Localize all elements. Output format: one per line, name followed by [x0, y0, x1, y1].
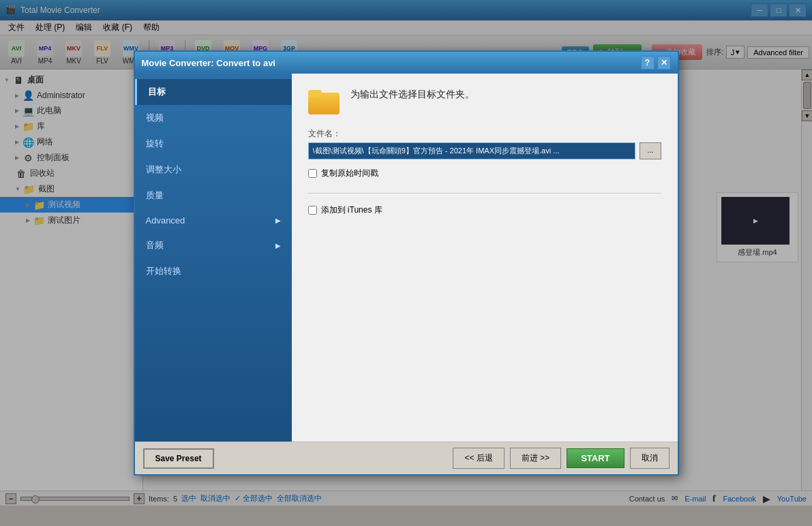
modal-body: 目标 视频 旋转 调整大小 质量 Advanced ▶ [135, 74, 678, 442]
modal-overlay: Movie Converter: Convert to avi ? ✕ 目标 视… [0, 0, 812, 526]
modal-nav-advanced-arrow: ▶ [275, 217, 281, 224]
start-button[interactable]: START [567, 448, 624, 468]
modal-nav-quality-label: 质量 [146, 189, 164, 202]
modal-nav-target-label: 目标 [148, 86, 166, 98]
itunes-checkbox[interactable] [308, 206, 317, 215]
modal-nav-resize[interactable]: 调整大小 [135, 157, 292, 183]
copy-timestamp-label: 复制原始时间戳 [321, 168, 378, 179]
copy-timestamp-row: 复制原始时间戳 [308, 168, 661, 179]
modal-controls: ? ✕ [641, 56, 671, 69]
modal-dialog: Movie Converter: Convert to avi ? ✕ 目标 视… [134, 50, 679, 476]
modal-nav-video[interactable]: 视频 [135, 105, 292, 131]
modal-nav-video-label: 视频 [146, 112, 164, 124]
modal-nav-resize-label: 调整大小 [146, 164, 181, 176]
modal-footer: Save Preset << 后退 前进 >> START 取消 [135, 442, 678, 474]
modal-nav-start[interactable]: 开始转换 [135, 258, 292, 284]
modal-nav: 目标 视频 旋转 调整大小 质量 Advanced ▶ [135, 74, 292, 442]
modal-nav-advanced[interactable]: Advanced ▶ [135, 208, 292, 232]
modal-nav-audio[interactable]: 音频 ▶ [135, 232, 292, 258]
modal-header-text: 为输出文件选择目标文件夹。 [350, 87, 475, 102]
modal-nav-start-label: 开始转换 [146, 265, 181, 277]
itunes-row: 添加到 iTunes 库 [308, 204, 661, 216]
next-button[interactable]: 前进 >> [510, 448, 561, 469]
back-button[interactable]: << 后退 [453, 448, 504, 469]
modal-title-bar: Movie Converter: Convert to avi ? ✕ [135, 52, 678, 74]
copy-timestamp-checkbox[interactable] [308, 169, 317, 178]
cancel-button[interactable]: 取消 [630, 448, 670, 469]
modal-nav-advanced-label: Advanced [146, 215, 185, 226]
modal-nav-rotate[interactable]: 旋转 [135, 131, 292, 157]
modal-nav-audio-arrow: ▶ [275, 242, 281, 249]
modal-help-button[interactable]: ? [641, 56, 655, 69]
file-path-input[interactable]: \截图\测试视频\【玩命關頭9】官方預告 - 2021年 IMAX同步震撼登場.… [308, 142, 636, 159]
modal-close-button[interactable]: ✕ [657, 56, 671, 69]
folder-icon [308, 87, 341, 114]
modal-nav-quality[interactable]: 质量 [135, 183, 292, 208]
browse-button[interactable]: ... [640, 142, 661, 159]
modal-content-area: 为输出文件选择目标文件夹。 文件名： \截图\测试视频\【玩命關頭9】官方預告 … [292, 74, 678, 442]
modal-nav-target[interactable]: 目标 [135, 79, 292, 105]
itunes-section: 添加到 iTunes 库 [308, 193, 661, 216]
itunes-label: 添加到 iTunes 库 [321, 204, 382, 216]
modal-nav-rotate-label: 旋转 [146, 138, 164, 150]
file-path-row: \截图\测试视频\【玩命關頭9】官方預告 - 2021年 IMAX同步震撼登場.… [308, 142, 661, 159]
modal-title: Movie Converter: Convert to avi [142, 58, 276, 68]
save-preset-button[interactable]: Save Preset [143, 448, 214, 469]
modal-header: 为输出文件选择目标文件夹。 [308, 87, 661, 114]
file-name-label: 文件名： [308, 128, 661, 140]
file-path-text: \截图\测试视频\【玩命關頭9】官方預告 - 2021年 IMAX同步震撼登場.… [313, 146, 560, 155]
modal-nav-audio-label: 音频 [146, 239, 164, 251]
